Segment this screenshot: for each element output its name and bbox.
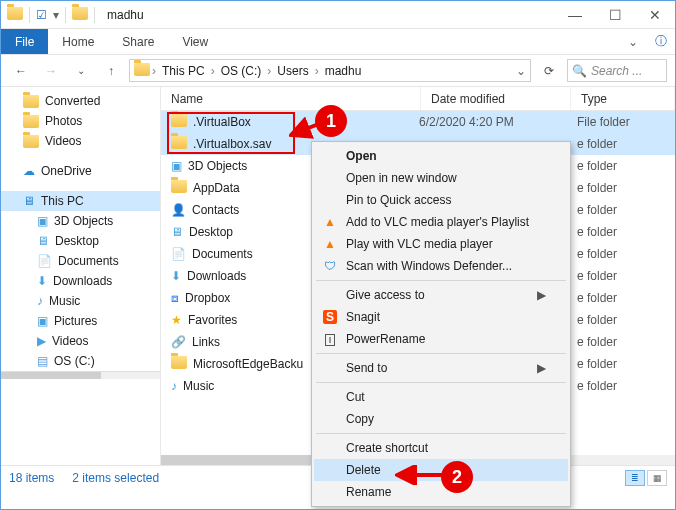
view-details-button[interactable]: ≣ — [625, 470, 645, 486]
qat-checkbox-icon[interactable]: ☑ — [36, 8, 47, 22]
col-name[interactable]: Name — [161, 87, 421, 110]
file-name: .Virtualbox.sav — [193, 137, 272, 151]
arrow-icon — [395, 465, 445, 485]
nav-item[interactable]: 🖥This PC — [1, 191, 160, 211]
file-date: 6/2/2020 4:20 PM — [419, 115, 569, 129]
ribbon-collapse-icon[interactable]: ⌄ — [619, 29, 647, 54]
refresh-button[interactable]: ⟳ — [537, 59, 561, 83]
recent-button[interactable]: ⌄ — [69, 59, 93, 83]
file-type: e folder — [577, 357, 675, 371]
menu-separator — [316, 353, 566, 354]
file-type: File folder — [577, 115, 675, 129]
folder-icon — [72, 7, 88, 23]
menu-item[interactable]: ▲ Play with VLC media player — [314, 233, 568, 255]
nav-item[interactable]: ▶Videos — [1, 331, 160, 351]
file-icon: 🖥 — [171, 225, 183, 239]
menu-item-icon: I — [321, 332, 339, 346]
ribbon: File Home Share View ⌄ ⓘ — [1, 29, 675, 55]
nav-tree[interactable]: ConvertedPhotosVideos☁OneDrive🖥This PC▣3… — [1, 87, 161, 465]
menu-item[interactable]: Give access to ▶ — [314, 284, 568, 306]
back-button[interactable]: ← — [9, 59, 33, 83]
nav-item[interactable]: ▣Pictures — [1, 311, 160, 331]
up-button[interactable]: ↑ — [99, 59, 123, 83]
search-placeholder: Search ... — [591, 64, 642, 78]
menu-item[interactable]: Send to ▶ — [314, 357, 568, 379]
nav-item[interactable]: ⬇Downloads — [1, 271, 160, 291]
status-count: 18 items — [9, 471, 54, 485]
nav-item[interactable]: Photos — [1, 111, 160, 131]
file-icon: ⧈ — [171, 291, 179, 305]
view-icons-button[interactable]: ▦ — [647, 470, 667, 486]
nav-item[interactable]: 🖥Desktop — [1, 231, 160, 251]
crumb[interactable]: madhu — [321, 64, 366, 78]
menu-item[interactable]: Open — [314, 145, 568, 167]
nav-label: Documents — [58, 254, 119, 268]
file-type: e folder — [577, 335, 675, 349]
crumb[interactable]: OS (C:) — [217, 64, 266, 78]
arrow-icon — [289, 117, 323, 141]
file-row[interactable]: .VirtualBox 6/2/2020 4:20 PM File folder — [161, 111, 675, 133]
file-icon: 🔗 — [171, 335, 186, 349]
nav-item[interactable]: 📄Documents — [1, 251, 160, 271]
file-name: 3D Objects — [188, 159, 247, 173]
menu-item[interactable]: Copy — [314, 408, 568, 430]
nav-label: OS (C:) — [54, 354, 95, 368]
nav-label: 3D Objects — [54, 214, 113, 228]
menu-item[interactable]: I PowerRename — [314, 328, 568, 350]
breadcrumb[interactable]: › This PC› OS (C:)› Users› madhu ⌄ — [129, 59, 531, 82]
crumb[interactable]: This PC — [158, 64, 209, 78]
menu-item-icon: ▲ — [321, 215, 339, 229]
file-name: Music — [183, 379, 214, 393]
qat-dropdown-icon[interactable]: ▾ — [53, 8, 59, 22]
breadcrumb-dropdown-icon[interactable]: ⌄ — [516, 64, 526, 78]
nav-item[interactable]: Converted — [1, 91, 160, 111]
menu-item-label: Create shortcut — [346, 441, 428, 455]
file-type: e folder — [577, 269, 675, 283]
menu-item-icon: S — [321, 310, 339, 324]
menu-item[interactable]: 🛡 Scan with Windows Defender... — [314, 255, 568, 277]
menu-item[interactable]: Open in new window — [314, 167, 568, 189]
menu-item-label: Cut — [346, 390, 365, 404]
menu-item[interactable]: Pin to Quick access — [314, 189, 568, 211]
nav-label: Converted — [45, 94, 100, 108]
nav-label: Photos — [45, 114, 82, 128]
nav-item[interactable]: ♪Music — [1, 291, 160, 311]
col-type[interactable]: Type — [571, 87, 675, 110]
file-name: Contacts — [192, 203, 239, 217]
nav-item[interactable]: ▤OS (C:) — [1, 351, 160, 371]
file-type: e folder — [577, 247, 675, 261]
titlebar: ☑ ▾ madhu — ☐ ✕ — [1, 1, 675, 29]
nav-item[interactable]: Videos — [1, 131, 160, 151]
nav-scrollbar[interactable] — [1, 371, 160, 379]
search-box[interactable]: 🔍 Search ... — [567, 59, 667, 82]
col-date[interactable]: Date modified — [421, 87, 571, 110]
nav-item[interactable]: ▣3D Objects — [1, 211, 160, 231]
file-name: Links — [192, 335, 220, 349]
nav-label: Videos — [52, 334, 88, 348]
close-button[interactable]: ✕ — [635, 1, 675, 29]
menu-item-label: Give access to — [346, 288, 425, 302]
menu-item[interactable]: Create shortcut — [314, 437, 568, 459]
tab-home[interactable]: Home — [48, 29, 108, 54]
forward-button[interactable]: → — [39, 59, 63, 83]
minimize-button[interactable]: — — [555, 1, 595, 29]
menu-separator — [316, 382, 566, 383]
nav-item[interactable]: ☁OneDrive — [1, 161, 160, 181]
menu-item[interactable]: ▲ Add to VLC media player's Playlist — [314, 211, 568, 233]
menu-item[interactable]: S Snagit — [314, 306, 568, 328]
tab-share[interactable]: Share — [108, 29, 168, 54]
window-title: madhu — [101, 8, 555, 22]
help-icon[interactable]: ⓘ — [647, 29, 675, 54]
maximize-button[interactable]: ☐ — [595, 1, 635, 29]
nav-label: Desktop — [55, 234, 99, 248]
file-type: e folder — [577, 313, 675, 327]
file-icon — [171, 180, 187, 196]
folder-icon — [134, 63, 150, 79]
status-selected: 2 items selected — [72, 471, 159, 485]
tab-view[interactable]: View — [168, 29, 222, 54]
folder-icon — [7, 7, 23, 23]
menu-item[interactable]: Cut — [314, 386, 568, 408]
crumb[interactable]: Users — [273, 64, 312, 78]
file-tab[interactable]: File — [1, 29, 48, 54]
file-icon: ★ — [171, 313, 182, 327]
